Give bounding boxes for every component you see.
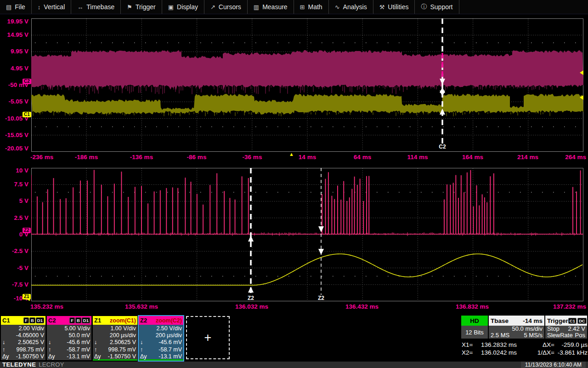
x1-value: 136.2832 ms bbox=[481, 341, 531, 349]
trigger-time-marker[interactable]: ▲ bbox=[289, 152, 294, 156]
trigger-mode: Stop bbox=[547, 326, 560, 332]
zoom-grid-canvas: Z2Z2 bbox=[31, 168, 583, 301]
y-axis-label: 5 V bbox=[0, 197, 28, 204]
descriptor-badge-d1: D1 bbox=[36, 317, 44, 323]
descriptor-row: 2.50 V/div bbox=[140, 325, 182, 332]
channel-marker-c2[interactable]: C2 bbox=[23, 79, 31, 84]
trace-descriptor-c1[interactable]: C1FBD12.00 V/div-4.05000 V↓2.50625 V↑998… bbox=[1, 316, 45, 360]
oscilloscope-screen: ▤File↕Vertical↔Timebase⚑Trigger▣Display↗… bbox=[0, 0, 588, 368]
svg-text:Z2: Z2 bbox=[318, 295, 324, 301]
x-axis-label: 264 ms bbox=[565, 154, 586, 161]
x-axis-label: 137.232 ms bbox=[553, 303, 586, 310]
trace-descriptor-z2[interactable]: Z2zoom(C2)2.50 V/div200 µs/div↓-45.6 mV↑… bbox=[139, 316, 183, 361]
brand-teledyne: TELEDYNE bbox=[2, 361, 36, 368]
y-axis-label: -5.05 V bbox=[0, 98, 28, 105]
inv-dx-label: 1/ΔX= bbox=[531, 349, 554, 356]
y-axis-label: 7.5 V bbox=[0, 181, 28, 188]
descriptor-row: Δy-13.1 mV bbox=[48, 353, 90, 360]
descriptor-row: -4.05000 V bbox=[2, 332, 44, 339]
tbase-title: Tbase bbox=[491, 317, 509, 324]
x-axis-label: 135.232 ms bbox=[30, 303, 63, 310]
descriptor-row: 5.00 V/div bbox=[48, 325, 90, 332]
x-axis-label: 64 ms bbox=[354, 154, 371, 161]
x-axis-label: 136.032 ms bbox=[235, 303, 268, 310]
x-axis-label: -136 ms bbox=[130, 154, 153, 161]
trigger-slope: Pos bbox=[575, 332, 585, 339]
trigger-level: 2.42 V bbox=[568, 326, 585, 332]
trigger-title: Trigger bbox=[547, 317, 568, 324]
descriptor-row: 200 µs/div bbox=[94, 332, 136, 339]
svg-text:C2: C2 bbox=[439, 144, 446, 150]
c1-waveform bbox=[31, 94, 583, 115]
trace-descriptor-c2[interactable]: C2FBD15.00 V/div50.0 mV↓-45.6 mV↑-58.7 m… bbox=[47, 316, 91, 360]
x-axis-label: 114 ms bbox=[407, 154, 428, 161]
y-axis-label: 14.95 V bbox=[0, 31, 28, 38]
trace-descriptor-z1[interactable]: Z1zoom(C1)1.00 V/div200 µs/div↓2.50625 V… bbox=[93, 316, 137, 361]
x-axis-label: 136.432 ms bbox=[345, 303, 379, 310]
y-axis-label: -7.5 V bbox=[0, 281, 28, 288]
timebase-panel[interactable]: Tbase -14 ms 50.0 ms/div 2.5 MS 5 MS/s bbox=[489, 316, 544, 339]
descriptor-row: ↑-58.7 mV bbox=[48, 346, 90, 353]
x-axis-label: -36 ms bbox=[243, 154, 262, 161]
plus-icon: + bbox=[204, 331, 212, 345]
trigger-type: SlewRate bbox=[547, 332, 573, 339]
descriptor-badge-d1: D1 bbox=[82, 317, 90, 323]
x-axis-label: -86 ms bbox=[187, 154, 207, 161]
zoom-source-label: zoom(C1) bbox=[110, 317, 136, 324]
y-axis-label: -20.05 V bbox=[0, 145, 28, 152]
bits-value: 12 Bits bbox=[465, 329, 484, 336]
y-axis-label: -15.05 V bbox=[0, 132, 28, 138]
x-axis-label: 135.632 ms bbox=[125, 303, 158, 310]
y-axis-label: 19.95 V bbox=[0, 18, 28, 25]
descriptor-row: Δy-1.50750 V bbox=[94, 353, 136, 360]
brand-lecroy: LECROY bbox=[39, 361, 64, 368]
trace-label: Z2 bbox=[140, 317, 147, 324]
top-grid-canvas: C2 bbox=[31, 18, 583, 152]
descriptor-badge-b: B bbox=[75, 317, 81, 323]
dx-value: -259.0 µs bbox=[554, 341, 588, 349]
channel-marker-c1[interactable]: C1 bbox=[23, 112, 31, 117]
trigger-panel[interactable]: Trigger C1 DC Stop 2.42 V SlewRate Pos bbox=[545, 316, 587, 339]
descriptor-row: ↑998.75 mV bbox=[2, 346, 44, 353]
x-axis-label: 136.832 ms bbox=[456, 303, 489, 310]
descriptor-row: 200 µs/div bbox=[140, 332, 182, 339]
tbase-delay: -14 ms bbox=[523, 317, 543, 324]
zoom-source-label: zoom(C2) bbox=[156, 317, 182, 324]
x1-label: X1= bbox=[462, 341, 481, 349]
z1-waveform bbox=[31, 254, 582, 285]
top-grid[interactable]: C2 bbox=[31, 18, 583, 152]
channel-marker-z1[interactable]: Z1 bbox=[23, 294, 31, 299]
x2-label: X2= bbox=[462, 349, 481, 356]
acquisition-mode-panel[interactable]: HD 12 Bits bbox=[461, 316, 488, 339]
x2-value: 136.0242 ms bbox=[481, 349, 531, 356]
descriptor-row: Δy-1.50750 V bbox=[2, 353, 44, 360]
y-axis-label: 9.95 V bbox=[0, 48, 28, 55]
svg-text:Z2: Z2 bbox=[248, 295, 254, 301]
x-axis-label: 14 ms bbox=[299, 154, 316, 161]
x-axis-label: 214 ms bbox=[517, 154, 538, 161]
x-axis-label: -186 ms bbox=[75, 154, 98, 161]
add-trace-box[interactable]: + bbox=[186, 316, 230, 359]
descriptor-badge-f: F bbox=[69, 317, 75, 323]
descriptor-row: ↓2.50625 V bbox=[2, 339, 44, 346]
datetime: 11/13/2023 6:10:40 AM bbox=[521, 362, 586, 368]
trace-label: C1 bbox=[2, 317, 10, 324]
tbase-scale: 50.0 ms/div bbox=[512, 326, 543, 332]
descriptor-row: ↓-45.6 mV bbox=[48, 339, 90, 346]
zoom-grid[interactable]: Z2Z2 bbox=[31, 168, 583, 301]
cursor-readout: X1= 136.2832 ms ΔX= -259.0 µs X2= 136.02… bbox=[462, 341, 588, 356]
trace-label: C2 bbox=[48, 317, 56, 324]
descriptor-row: 50.0 mV bbox=[48, 332, 90, 339]
tbase-rate: 5 MS/s bbox=[524, 332, 543, 339]
descriptor-badge-b: B bbox=[29, 317, 35, 323]
descriptor-badge-f: F bbox=[23, 317, 29, 323]
channel-marker-z2[interactable]: Z2 bbox=[23, 228, 31, 233]
trigger-source-badge: C1 bbox=[568, 318, 577, 324]
tbase-samples: 2.5 MS bbox=[491, 332, 509, 339]
hd-badge: HD bbox=[461, 316, 488, 326]
cursor-z2-right[interactable]: Z2 bbox=[318, 168, 324, 301]
descriptor-row: Δy-13.1 mV bbox=[140, 353, 182, 360]
inv-dx-value: -3.861 kHz bbox=[554, 349, 588, 356]
descriptor-row: 2.00 V/div bbox=[2, 325, 44, 332]
brand-logo: TELEDYNELECROY bbox=[2, 362, 64, 368]
